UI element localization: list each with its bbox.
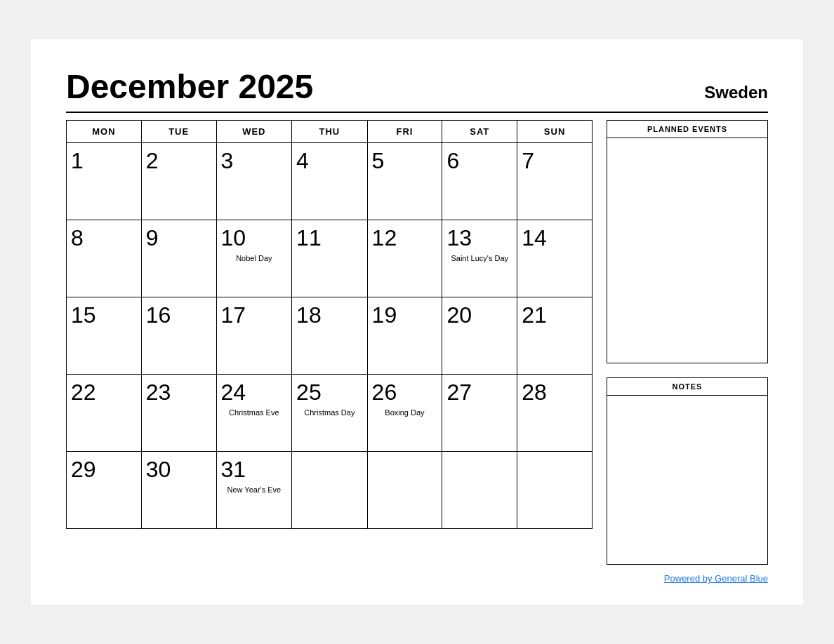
day-cell-8: 8 <box>67 220 142 297</box>
event-label: Boxing Day <box>372 408 438 417</box>
day-number: 7 <box>522 149 588 173</box>
planned-events-box: PLANNED EVENTS <box>607 120 768 363</box>
day-cell-4: 4 <box>292 143 368 220</box>
planned-events-body <box>607 138 767 363</box>
day-cell-16: 16 <box>141 297 216 375</box>
day-cell-1: 1 <box>67 143 142 220</box>
day-number: 4 <box>296 149 363 173</box>
day-cell-12: 12 <box>367 220 442 297</box>
day-cell-empty <box>517 452 593 529</box>
event-label: Christmas Day <box>296 408 363 417</box>
day-cell-20: 20 <box>442 297 517 375</box>
day-cell-empty <box>442 452 517 529</box>
powered-by-link[interactable]: Powered by General Blue <box>664 573 768 584</box>
day-cell-28: 28 <box>517 375 593 452</box>
day-cell-9: 9 <box>141 220 216 297</box>
day-cell-29: 29 <box>67 452 142 529</box>
weekday-header-sun: SUN <box>517 121 593 143</box>
calendar-section: MONTUEWEDTHUFRISATSUN 12345678910Nobel D… <box>66 120 593 565</box>
day-cell-6: 6 <box>442 143 517 220</box>
week-row-2: 8910Nobel Day111213Saint Lucy's Day14 <box>67 220 593 297</box>
day-cell-23: 23 <box>141 375 216 452</box>
day-number: 5 <box>372 149 438 173</box>
day-cell-31: 31New Year's Eve <box>216 452 292 529</box>
day-cell-empty <box>367 452 442 529</box>
weekday-header-thu: THU <box>292 121 368 143</box>
calendar-sidebar: PLANNED EVENTS NOTES <box>607 120 768 565</box>
day-number: 2 <box>146 149 212 173</box>
day-cell-25: 25Christmas Day <box>292 375 368 452</box>
weekday-header-wed: WED <box>216 121 292 143</box>
calendar-country: Sweden <box>704 83 768 102</box>
day-cell-2: 2 <box>141 143 216 220</box>
weekday-header-row: MONTUEWEDTHUFRISATSUN <box>67 121 593 143</box>
day-number: 31 <box>221 457 288 482</box>
day-number: 28 <box>522 380 588 405</box>
day-cell-11: 11 <box>292 220 368 297</box>
day-number: 10 <box>221 226 288 250</box>
day-cell-27: 27 <box>442 375 517 452</box>
weekday-header-tue: TUE <box>141 121 216 143</box>
day-cell-21: 21 <box>517 297 593 375</box>
calendar-header: December 2025 Sweden <box>66 67 768 113</box>
day-number: 3 <box>221 149 288 173</box>
day-number: 24 <box>221 380 288 405</box>
day-number: 12 <box>372 226 438 250</box>
day-number: 8 <box>71 226 137 250</box>
calendar-title: December 2025 <box>66 67 313 106</box>
day-number: 22 <box>71 380 137 405</box>
week-row-4: 222324Christmas Eve25Christmas Day26Boxi… <box>67 375 593 452</box>
day-cell-17: 17 <box>216 297 292 375</box>
calendar-page: December 2025 Sweden MONTUEWEDTHUFRISATS… <box>31 39 803 605</box>
week-row-3: 15161718192021 <box>67 297 593 375</box>
day-number: 13 <box>446 226 512 250</box>
planned-events-header: PLANNED EVENTS <box>607 121 767 138</box>
day-cell-empty <box>292 452 368 529</box>
day-number: 16 <box>146 303 212 328</box>
day-number: 15 <box>71 303 137 328</box>
weekday-header-sat: SAT <box>442 121 517 143</box>
day-cell-15: 15 <box>67 297 142 375</box>
weekday-header-fri: FRI <box>367 121 442 143</box>
day-number: 6 <box>446 149 512 173</box>
day-cell-3: 3 <box>216 143 292 220</box>
footer: Powered by General Blue <box>66 573 768 584</box>
day-number: 14 <box>522 226 588 250</box>
day-number: 21 <box>522 303 588 328</box>
day-number: 25 <box>296 380 363 405</box>
day-cell-13: 13Saint Lucy's Day <box>442 220 517 297</box>
notes-box: NOTES <box>607 377 768 565</box>
day-number: 9 <box>146 226 212 250</box>
day-number: 23 <box>146 380 212 405</box>
day-cell-10: 10Nobel Day <box>216 220 292 297</box>
day-number: 11 <box>296 226 363 250</box>
day-number: 19 <box>372 303 438 328</box>
event-label: New Year's Eve <box>221 485 288 495</box>
calendar-table: MONTUEWEDTHUFRISATSUN 12345678910Nobel D… <box>66 120 593 529</box>
day-number: 17 <box>221 303 288 328</box>
day-cell-19: 19 <box>367 297 442 375</box>
day-cell-18: 18 <box>292 297 368 375</box>
day-number: 26 <box>372 380 438 405</box>
event-label: Saint Lucy's Day <box>446 253 512 263</box>
day-cell-5: 5 <box>367 143 442 220</box>
notes-header: NOTES <box>607 378 767 396</box>
day-number: 30 <box>146 457 212 482</box>
day-cell-24: 24Christmas Eve <box>216 375 292 452</box>
day-number: 20 <box>446 303 512 328</box>
day-number: 27 <box>446 380 512 405</box>
weekday-header-mon: MON <box>67 121 142 143</box>
day-number: 18 <box>296 303 363 328</box>
day-cell-22: 22 <box>67 375 142 452</box>
day-cell-14: 14 <box>517 220 593 297</box>
main-layout: MONTUEWEDTHUFRISATSUN 12345678910Nobel D… <box>66 120 768 565</box>
day-cell-7: 7 <box>517 143 593 220</box>
event-label: Christmas Eve <box>221 408 288 417</box>
day-number: 1 <box>71 149 137 173</box>
week-row-5: 293031New Year's Eve <box>67 452 593 529</box>
event-label: Nobel Day <box>221 253 288 263</box>
day-cell-30: 30 <box>141 452 216 529</box>
day-number: 29 <box>71 457 137 482</box>
notes-body <box>607 396 767 564</box>
week-row-1: 1234567 <box>67 143 593 220</box>
